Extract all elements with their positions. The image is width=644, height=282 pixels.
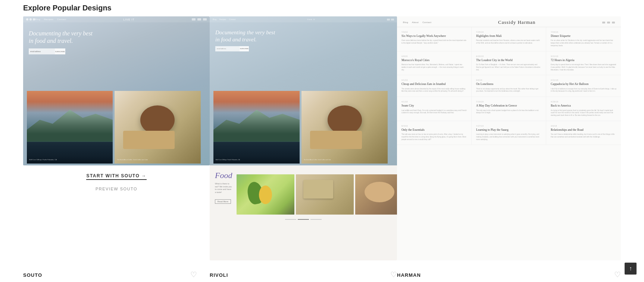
harman-post-7: 9/9/18 On Loneliness There is not always… bbox=[472, 75, 546, 97]
harman-post-title: Six Ways to Legally Work Anywhere bbox=[401, 34, 467, 38]
souto-photo-coffee: The Book About Coffee. Verdi Coffee and … bbox=[115, 91, 200, 164]
rivoli-food-section: Food What is there to eat? We invite you… bbox=[210, 165, 397, 221]
souto-nav-icons bbox=[192, 18, 207, 20]
harman-post-date: 4/1/19 bbox=[401, 79, 467, 81]
harman-site-title: Cassidy Harman bbox=[431, 19, 602, 25]
souto-nav-dot bbox=[29, 18, 32, 20]
rivoli-food-desc: What is there to eat? We invite you to c… bbox=[215, 183, 232, 194]
harman-post-9: 4/1/18 Seam City Last edible and fresh P… bbox=[397, 97, 472, 121]
harman-post-date: 7/25/18 bbox=[476, 31, 541, 33]
harman-post-excerpt: As trying to find good popular food is c… bbox=[551, 110, 616, 117]
harman-post-8: 2/21/18 Cappadocia by Hot Air Balloon I … bbox=[546, 75, 621, 97]
rivoli-food-image-3 bbox=[355, 174, 397, 215]
harman-post-10: 7/15/18 A May Day Celebration in Greece … bbox=[472, 97, 546, 121]
harman-post-title: Relationships and the Road bbox=[551, 128, 616, 132]
souto-card-label: SOUTO bbox=[23, 272, 42, 278]
harman-post-2: 7/04/16 Dinner Etiquette For an urban wr… bbox=[546, 27, 621, 51]
harman-post-date: 7/04/16 bbox=[551, 31, 616, 33]
souto-email-input[interactable] bbox=[29, 48, 55, 54]
harman-header: Blog About Contact Cassidy Harman bbox=[397, 16, 621, 27]
rivoli-card-label: RIVOLI bbox=[210, 272, 228, 278]
card-souto: Blog Recipes Contact live it Documenting… bbox=[23, 16, 210, 282]
harman-header-icon bbox=[602, 22, 605, 23]
souto-site-title: live it bbox=[66, 18, 192, 21]
harman-post-5: 3/21/18 72 Hours in Algeria Every day to… bbox=[546, 51, 621, 76]
harman-post-date: 3/21/18 bbox=[551, 55, 616, 57]
harman-post-date: 2/21/18 bbox=[551, 79, 616, 81]
souto-subscribe-btn[interactable]: SUBSCRIBE bbox=[55, 48, 65, 54]
harman-post-date: 9/9/18 bbox=[476, 79, 541, 81]
harman-header-icon bbox=[612, 22, 615, 23]
harman-posts-grid: 7/9/19 Six Ways to Legally Work Anywhere… bbox=[397, 27, 621, 145]
harman-post-11: 4/29/18 Back to America As trying to fin… bbox=[546, 97, 621, 121]
harman-post-title: Dinner Etiquette bbox=[551, 34, 616, 38]
harman-nav-blog: Blog bbox=[403, 21, 408, 23]
harman-post-title: Only the Essentials bbox=[401, 128, 467, 132]
harman-header-icon bbox=[607, 22, 610, 23]
rivoli-card-footer: RIVOLI bbox=[210, 272, 228, 278]
scroll-up-arrow-icon: ↑ bbox=[629, 266, 632, 272]
souto-heart-btn[interactable]: ♡ bbox=[190, 270, 197, 279]
rivoli-souto-preview-top: Blog Recipes Contact live it Documenting… bbox=[210, 16, 397, 165]
harman-post-date: 4/29/18 bbox=[551, 101, 616, 103]
harman-header-icons bbox=[602, 22, 615, 23]
souto-photo-left-caption: Bluff Cove Clifftops. Pacific Palisades,… bbox=[29, 159, 57, 161]
harman-card-footer: HARMAN bbox=[397, 272, 421, 278]
harman-post-title: Cappadocia by Hot Air Balloon bbox=[551, 82, 616, 86]
rivoli-read-more-btn[interactable]: Read More bbox=[215, 199, 231, 204]
souto-nav-link-blog: Blog bbox=[35, 18, 40, 20]
harman-post-1: 7/25/18 Highlights from Mali Peruvian st… bbox=[472, 27, 546, 51]
harman-post-title: Learning to Play the Saueg bbox=[476, 128, 541, 132]
harman-post-14: 3/6/18 Relationships and the Road You ca… bbox=[546, 121, 621, 145]
harman-post-excerpt: Peruvian students and teacher from Houst… bbox=[476, 39, 541, 45]
harman-post-excerpt: Every day to spend there is not enough t… bbox=[551, 64, 616, 71]
harman-post-excerpt: Morocco has four imperial cities: Fes, M… bbox=[401, 64, 467, 71]
souto-hero: Documenting the very bestin food and tra… bbox=[23, 22, 210, 58]
preview-souto-link[interactable]: PREVIEW SOUTO bbox=[23, 187, 210, 191]
rivoli-food-image-1 bbox=[237, 174, 294, 215]
harman-post-excerpt: The talk was more an hour or two at some… bbox=[401, 133, 467, 141]
heart-icon-souto: ♡ bbox=[190, 270, 197, 279]
harman-post-title: Back to America bbox=[551, 104, 616, 108]
harman-post-excerpt: Last edible and fresh Paris. For only a … bbox=[401, 110, 467, 115]
rivoli-food-images bbox=[237, 174, 397, 215]
harman-post-title: Seam City bbox=[401, 104, 467, 108]
souto-cta-area: START WITH SOUTO → PREVIEW SOUTO bbox=[23, 172, 210, 191]
harman-post-date: 6/20/18 bbox=[476, 55, 541, 57]
rivoli-template-preview: Blog Recipes Contact live it Documenting… bbox=[210, 16, 397, 260]
harman-post-13: 7/27/19 Learning to Play the Saueg Learn… bbox=[472, 121, 546, 145]
souto-photo-right-caption: The Book About Coffee. Verdi Coffee and … bbox=[117, 159, 148, 161]
harman-post-6: 4/1/19 Cheap and Delicious Eats in Istan… bbox=[397, 75, 472, 97]
harman-heart-btn[interactable]: ♡ bbox=[614, 270, 621, 279]
harman-post-4: 6/20/18 The Loudest City in the World Go… bbox=[472, 51, 546, 76]
card-harman: Blog About Contact Cassidy Harman 7/9/19… bbox=[397, 16, 621, 282]
harman-post-date: 7/27/19 bbox=[476, 125, 541, 127]
harman-post-excerpt: For an urban writer for Solutions in the… bbox=[551, 39, 616, 47]
scroll-to-top-button[interactable]: ↑ bbox=[625, 263, 637, 275]
harman-post-title: On Loneliness bbox=[476, 82, 541, 86]
harman-post-excerpt: Learning to play a new instrument is sat… bbox=[476, 133, 541, 141]
harman-post-title: A May Day Celebration in Greece bbox=[476, 104, 541, 108]
harman-post-excerpt: Over some delicious tacos before the tri… bbox=[401, 39, 467, 45]
harman-post-date: 8/4/19 bbox=[401, 125, 467, 127]
start-with-souto-button[interactable]: START WITH SOUTO → bbox=[86, 173, 146, 180]
harman-post-0: 7/9/19 Six Ways to Legally Work Anywhere… bbox=[397, 27, 472, 51]
page-container: Explore Popular Designs Blog Recipes Con… bbox=[0, 0, 644, 282]
souto-template-navbar: Blog Recipes Contact live it bbox=[23, 16, 210, 22]
harman-post-excerpt: The streets were almost deserted by the … bbox=[401, 88, 467, 93]
rivoli-food-title: Food bbox=[215, 171, 232, 180]
harman-nav-links: Blog About Contact bbox=[403, 21, 431, 23]
heart-icon-rivoli: ♡ bbox=[390, 270, 397, 279]
harman-post-date: 7/15/18 bbox=[476, 101, 541, 103]
harman-post-title: Highlights from Mali bbox=[476, 34, 541, 38]
rivoli-food-image-2 bbox=[296, 174, 354, 215]
harman-post-title: Cheap and Delicious Eats in Istanbul bbox=[401, 82, 467, 86]
souto-nav-dot bbox=[26, 18, 28, 20]
rivoli-heart-btn[interactable]: ♡ bbox=[390, 270, 397, 279]
heart-icon-harman: ♡ bbox=[614, 270, 621, 279]
souto-icon bbox=[197, 18, 201, 20]
souto-card-footer: SOUTO bbox=[23, 272, 42, 278]
harman-post-12: 8/4/19 Only the Essentials The talk was … bbox=[397, 121, 472, 145]
harman-post-excerpt: The only way to do a food system budget … bbox=[476, 110, 541, 115]
harman-post-date: 3/6/18 bbox=[551, 125, 616, 127]
